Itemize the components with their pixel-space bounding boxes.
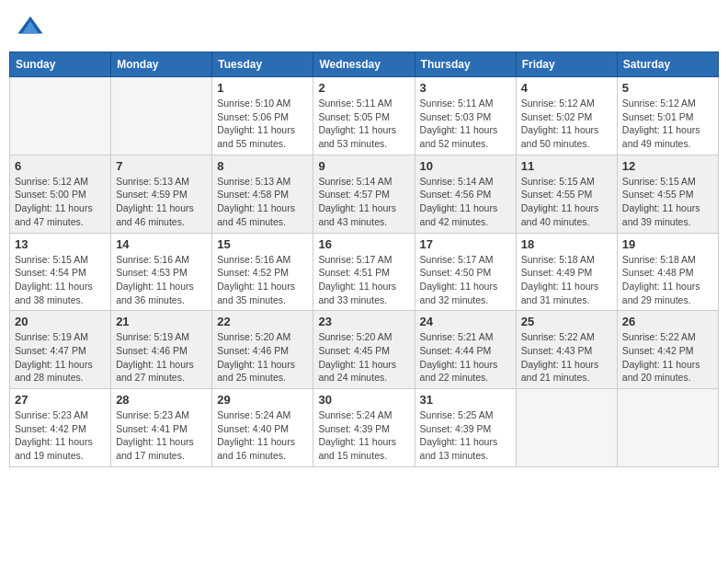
calendar-cell: 21Sunrise: 5:19 AMSunset: 4:46 PMDayligh… <box>111 311 212 389</box>
calendar-cell: 4Sunrise: 5:12 AMSunset: 5:02 PMDaylight… <box>516 77 617 155</box>
calendar-cell: 16Sunrise: 5:17 AMSunset: 4:51 PMDayligh… <box>313 233 415 311</box>
day-number: 18 <box>521 237 612 251</box>
day-number: 21 <box>116 315 207 328</box>
day-number: 1 <box>217 81 308 95</box>
day-detail: Sunrise: 5:19 AMSunset: 4:47 PMDaylight:… <box>15 330 106 385</box>
calendar-cell <box>10 77 111 155</box>
day-detail: Sunrise: 5:11 AMSunset: 5:03 PMDaylight:… <box>420 97 511 151</box>
day-detail: Sunrise: 5:16 AMSunset: 4:52 PMDaylight:… <box>217 253 308 307</box>
day-detail: Sunrise: 5:12 AMSunset: 5:00 PMDaylight:… <box>15 175 106 229</box>
day-detail: Sunrise: 5:24 AMSunset: 4:40 PMDaylight:… <box>217 408 308 463</box>
day-number: 23 <box>318 315 409 328</box>
calendar-cell: 5Sunrise: 5:12 AMSunset: 5:01 PMDaylight… <box>617 77 718 155</box>
day-number: 11 <box>521 159 612 173</box>
day-detail: Sunrise: 5:11 AMSunset: 5:05 PMDaylight:… <box>318 97 409 151</box>
day-number: 9 <box>318 159 409 173</box>
day-detail: Sunrise: 5:12 AMSunset: 5:01 PMDaylight:… <box>622 97 713 151</box>
calendar-table: SundayMondayTuesdayWednesdayThursdayFrid… <box>9 52 719 467</box>
day-detail: Sunrise: 5:15 AMSunset: 4:55 PMDaylight:… <box>521 175 612 229</box>
calendar-cell: 10Sunrise: 5:14 AMSunset: 4:56 PMDayligh… <box>415 155 516 233</box>
day-detail: Sunrise: 5:16 AMSunset: 4:53 PMDaylight:… <box>116 253 207 307</box>
day-number: 31 <box>420 393 511 407</box>
logo <box>17 13 48 40</box>
day-number: 26 <box>622 315 713 328</box>
day-number: 24 <box>420 315 511 328</box>
calendar-cell <box>111 77 212 155</box>
day-detail: Sunrise: 5:13 AMSunset: 4:59 PMDaylight:… <box>116 175 207 229</box>
calendar-week-row: 6Sunrise: 5:12 AMSunset: 5:00 PMDaylight… <box>10 155 719 233</box>
calendar-cell: 2Sunrise: 5:11 AMSunset: 5:05 PMDaylight… <box>313 77 415 155</box>
calendar-cell: 7Sunrise: 5:13 AMSunset: 4:59 PMDaylight… <box>111 155 212 233</box>
calendar-cell: 20Sunrise: 5:19 AMSunset: 4:47 PMDayligh… <box>10 311 111 389</box>
calendar-cell: 12Sunrise: 5:15 AMSunset: 4:55 PMDayligh… <box>617 155 718 233</box>
calendar-header-row: SundayMondayTuesdayWednesdayThursdayFrid… <box>10 52 719 77</box>
day-number: 3 <box>420 81 511 95</box>
calendar-cell: 31Sunrise: 5:25 AMSunset: 4:39 PMDayligh… <box>415 389 516 467</box>
calendar-cell: 14Sunrise: 5:16 AMSunset: 4:53 PMDayligh… <box>111 233 212 311</box>
day-detail: Sunrise: 5:22 AMSunset: 4:43 PMDaylight:… <box>521 330 612 385</box>
column-header-monday: Monday <box>111 52 212 77</box>
day-detail: Sunrise: 5:23 AMSunset: 4:41 PMDaylight:… <box>116 408 207 463</box>
calendar-cell: 29Sunrise: 5:24 AMSunset: 4:40 PMDayligh… <box>212 389 313 467</box>
calendar-cell: 28Sunrise: 5:23 AMSunset: 4:41 PMDayligh… <box>111 389 212 467</box>
calendar-cell: 1Sunrise: 5:10 AMSunset: 5:06 PMDaylight… <box>212 77 313 155</box>
day-number: 6 <box>15 159 106 173</box>
calendar-cell: 11Sunrise: 5:15 AMSunset: 4:55 PMDayligh… <box>516 155 617 233</box>
day-number: 20 <box>15 315 106 328</box>
calendar-cell: 30Sunrise: 5:24 AMSunset: 4:39 PMDayligh… <box>313 389 415 467</box>
day-number: 8 <box>217 159 308 173</box>
calendar-cell: 3Sunrise: 5:11 AMSunset: 5:03 PMDaylight… <box>415 77 516 155</box>
day-detail: Sunrise: 5:18 AMSunset: 4:48 PMDaylight:… <box>622 253 713 307</box>
day-detail: Sunrise: 5:19 AMSunset: 4:46 PMDaylight:… <box>116 330 207 385</box>
calendar-week-row: 20Sunrise: 5:19 AMSunset: 4:47 PMDayligh… <box>10 311 719 389</box>
day-detail: Sunrise: 5:23 AMSunset: 4:42 PMDaylight:… <box>15 408 106 463</box>
day-detail: Sunrise: 5:14 AMSunset: 4:57 PMDaylight:… <box>318 175 409 229</box>
column-header-sunday: Sunday <box>10 52 111 77</box>
day-number: 17 <box>420 237 511 251</box>
logo-icon <box>17 13 44 40</box>
day-detail: Sunrise: 5:25 AMSunset: 4:39 PMDaylight:… <box>420 408 511 463</box>
day-detail: Sunrise: 5:15 AMSunset: 4:54 PMDaylight:… <box>15 253 106 307</box>
calendar-cell: 22Sunrise: 5:20 AMSunset: 4:46 PMDayligh… <box>212 311 313 389</box>
day-detail: Sunrise: 5:14 AMSunset: 4:56 PMDaylight:… <box>420 175 511 229</box>
day-detail: Sunrise: 5:17 AMSunset: 4:50 PMDaylight:… <box>420 253 511 307</box>
day-number: 13 <box>15 237 106 251</box>
day-number: 2 <box>318 81 409 95</box>
calendar-cell: 26Sunrise: 5:22 AMSunset: 4:42 PMDayligh… <box>617 311 718 389</box>
calendar-cell: 19Sunrise: 5:18 AMSunset: 4:48 PMDayligh… <box>617 233 718 311</box>
day-detail: Sunrise: 5:15 AMSunset: 4:55 PMDaylight:… <box>622 175 713 229</box>
day-detail: Sunrise: 5:13 AMSunset: 4:58 PMDaylight:… <box>217 175 308 229</box>
day-number: 16 <box>318 237 409 251</box>
day-number: 29 <box>217 393 308 407</box>
day-detail: Sunrise: 5:20 AMSunset: 4:45 PMDaylight:… <box>318 330 409 385</box>
column-header-friday: Friday <box>516 52 617 77</box>
calendar-cell: 18Sunrise: 5:18 AMSunset: 4:49 PMDayligh… <box>516 233 617 311</box>
day-number: 10 <box>420 159 511 173</box>
day-detail: Sunrise: 5:22 AMSunset: 4:42 PMDaylight:… <box>622 330 713 385</box>
day-detail: Sunrise: 5:18 AMSunset: 4:49 PMDaylight:… <box>521 253 612 307</box>
day-number: 25 <box>521 315 612 328</box>
calendar-cell: 15Sunrise: 5:16 AMSunset: 4:52 PMDayligh… <box>212 233 313 311</box>
day-number: 27 <box>15 393 106 407</box>
column-header-saturday: Saturday <box>617 52 718 77</box>
calendar-week-row: 1Sunrise: 5:10 AMSunset: 5:06 PMDaylight… <box>10 77 719 155</box>
calendar-cell: 24Sunrise: 5:21 AMSunset: 4:44 PMDayligh… <box>415 311 516 389</box>
column-header-thursday: Thursday <box>415 52 516 77</box>
column-header-tuesday: Tuesday <box>212 52 313 77</box>
calendar-cell: 8Sunrise: 5:13 AMSunset: 4:58 PMDaylight… <box>212 155 313 233</box>
day-number: 30 <box>318 393 409 407</box>
calendar-week-row: 27Sunrise: 5:23 AMSunset: 4:42 PMDayligh… <box>10 389 719 467</box>
day-detail: Sunrise: 5:12 AMSunset: 5:02 PMDaylight:… <box>521 97 612 151</box>
calendar-cell: 9Sunrise: 5:14 AMSunset: 4:57 PMDaylight… <box>313 155 415 233</box>
column-header-wednesday: Wednesday <box>313 52 415 77</box>
calendar-cell: 23Sunrise: 5:20 AMSunset: 4:45 PMDayligh… <box>313 311 415 389</box>
calendar-cell: 25Sunrise: 5:22 AMSunset: 4:43 PMDayligh… <box>516 311 617 389</box>
day-detail: Sunrise: 5:20 AMSunset: 4:46 PMDaylight:… <box>217 330 308 385</box>
day-number: 12 <box>622 159 713 173</box>
calendar-cell <box>617 389 718 467</box>
day-number: 22 <box>217 315 308 328</box>
day-detail: Sunrise: 5:10 AMSunset: 5:06 PMDaylight:… <box>217 97 308 151</box>
day-number: 14 <box>116 237 207 251</box>
day-number: 28 <box>116 393 207 407</box>
calendar-cell <box>516 389 617 467</box>
